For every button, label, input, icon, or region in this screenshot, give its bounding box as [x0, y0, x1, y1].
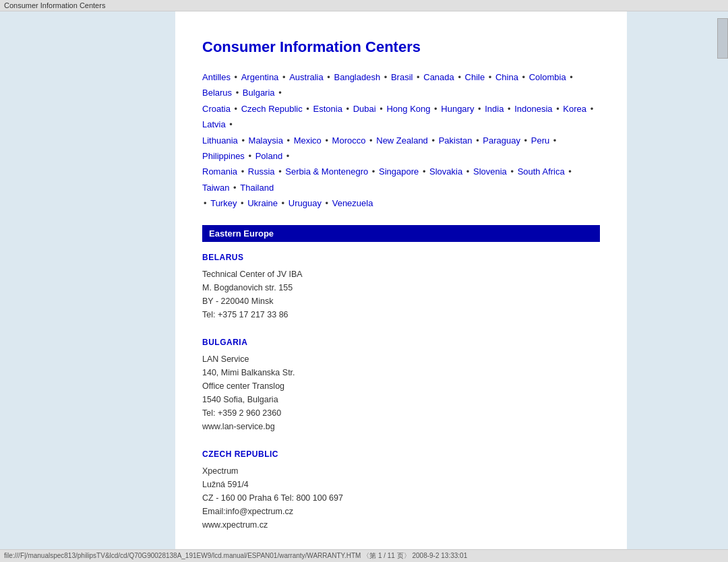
page-title: Consumer Information Centers [202, 38, 600, 56]
nav-link-hong-kong[interactable]: Hong Kong [386, 104, 430, 114]
right-sidebar [627, 11, 728, 562]
browser-title-text: Consumer Information Centers [4, 1, 105, 9]
address-block-czech-republic: Xpectrum Lužná 591/4 CZ - 160 00 Praha 6… [202, 464, 600, 532]
nav-link-uruguay[interactable]: Uruguay [289, 198, 322, 208]
nav-link-argentina[interactable]: Argentina [241, 72, 279, 82]
nav-link-croatia[interactable]: Croatia [202, 104, 231, 114]
country-block-belarus: BELARUS Technical Center of JV IBA M. Bo… [202, 253, 600, 321]
nav-link-slovenia[interactable]: Slovenia [473, 166, 507, 177]
nav-link-china[interactable]: China [495, 72, 518, 82]
nav-link-belarus[interactable]: Belarus [202, 88, 232, 98]
main-content: Consumer Information Centers Antilles • … [175, 11, 627, 562]
nav-link-pakistan[interactable]: Pakistan [439, 135, 473, 146]
nav-link-india[interactable]: India [485, 104, 504, 114]
country-block-bulgaria: BULGARIA LAN Service 140, Mimi Balkanska… [202, 338, 600, 433]
nav-link-paraguay[interactable]: Paraguay [483, 135, 520, 146]
nav-link-bangladesh[interactable]: Bangladesh [334, 72, 381, 82]
status-bar-text: file:///F|/manualspec813/philipsTV&lcd/c… [4, 552, 467, 559]
nav-link-russia[interactable]: Russia [248, 166, 275, 177]
eastern-europe-section: Eastern Europe BELARUS Technical Center … [202, 225, 600, 562]
nav-link-australia[interactable]: Australia [289, 72, 324, 82]
left-sidebar [0, 11, 175, 562]
nav-link-peru[interactable]: Peru [531, 135, 549, 146]
nav-link-mexico[interactable]: Mexico [294, 135, 322, 146]
nav-link-ukraine[interactable]: Ukraine [247, 198, 278, 208]
country-name-czech-republic: CZECH REPUBLIC [202, 449, 600, 459]
nav-link-romania[interactable]: Romania [202, 166, 237, 177]
nav-link-indonesia[interactable]: Indonesia [514, 104, 552, 114]
nav-link-korea[interactable]: Korea [563, 104, 586, 114]
nav-link-poland[interactable]: Poland [255, 151, 282, 161]
country-name-belarus: BELARUS [202, 253, 600, 262]
country-name-bulgaria: BULGARIA [202, 338, 600, 347]
nav-link-turkey[interactable]: Turkey [210, 198, 237, 208]
nav-link-canada[interactable]: Canada [423, 72, 454, 82]
nav-link-slovakia[interactable]: Slovakia [429, 166, 462, 177]
nav-links: Antilles • Argentina • Australia • Bangl… [202, 69, 600, 212]
nav-link-dubai[interactable]: Dubai [353, 104, 376, 114]
nav-link-chile[interactable]: Chile [465, 72, 485, 82]
status-bar: file:///F|/manualspec813/philipsTV&lcd/c… [0, 549, 728, 562]
nav-link-morocco[interactable]: Morocco [332, 135, 366, 146]
nav-link-new-zealand[interactable]: New Zealand [376, 135, 428, 146]
nav-link-taiwan[interactable]: Taiwan [202, 183, 229, 193]
browser-title-bar: Consumer Information Centers [0, 0, 728, 11]
nav-link-hungary[interactable]: Hungary [441, 104, 474, 114]
nav-link-latvia[interactable]: Latvia [202, 119, 226, 129]
nav-link-colombia[interactable]: Colombia [529, 72, 566, 82]
nav-link-singapore[interactable]: Singapore [379, 166, 419, 177]
nav-link-brasil[interactable]: Brasil [391, 72, 413, 82]
nav-link-estonia[interactable]: Estonia [313, 104, 342, 114]
scrollbar-thumb[interactable] [717, 18, 728, 59]
nav-link-malaysia[interactable]: Malaysia [249, 135, 283, 146]
nav-link-philippines[interactable]: Philippines [202, 151, 245, 161]
section-header-eastern-europe: Eastern Europe [202, 225, 600, 242]
address-block-belarus: Technical Center of JV IBA M. Bogdanovic… [202, 268, 600, 321]
nav-link-serbia-montenegro[interactable]: Serbia & Montenegro [285, 166, 368, 177]
nav-link-south-africa[interactable]: South Africa [518, 166, 565, 177]
nav-link-antilles[interactable]: Antilles [202, 72, 231, 82]
nav-link-czech-republic[interactable]: Czech Republic [241, 104, 303, 114]
country-block-czech-republic: CZECH REPUBLIC Xpectrum Lužná 591/4 CZ -… [202, 449, 600, 532]
nav-link-thailand[interactable]: Thailand [240, 183, 274, 193]
nav-link-lithuania[interactable]: Lithuania [202, 135, 238, 146]
page-wrapper: Consumer Information Centers Antilles • … [0, 11, 728, 562]
address-block-bulgaria: LAN Service 140, Mimi Balkanska Str. Off… [202, 352, 600, 433]
nav-link-bulgaria[interactable]: Bulgaria [243, 88, 275, 98]
nav-link-venezuela[interactable]: Venezuela [332, 198, 373, 208]
